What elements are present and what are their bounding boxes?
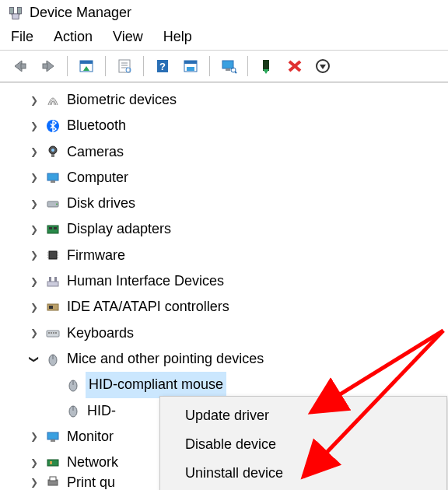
menu-action[interactable]: Action [54,29,93,45]
toolbar-separator [247,56,248,76]
tree-item-bluetooth[interactable]: ❯ Bluetooth [9,113,448,138]
collapsed-chevron-icon[interactable]: ❯ [28,92,40,109]
tree-label: Human Interface Devices [65,268,226,294]
svg-rect-54 [48,332,50,334]
mouse-icon [65,377,81,393]
menu-help[interactable]: Help [163,29,192,45]
tree-label: IDE ATA/ATAPI controllers [65,294,231,320]
tree-item-mice[interactable]: ❯ Mice and other pointing devices [9,346,448,372]
svg-rect-40 [54,227,57,229]
svg-marker-29 [320,65,326,69]
tree-label: Cameras [65,139,125,165]
tree-label: HID- [86,398,117,424]
hid-icon [45,274,61,289]
svg-rect-65 [51,439,55,442]
svg-rect-21 [226,68,230,71]
svg-rect-55 [51,332,52,334]
toolbar-uninstall-button[interactable] [310,55,335,77]
svg-marker-9 [83,66,89,71]
collapsed-chevron-icon[interactable]: ❯ [28,195,40,212]
svg-rect-67 [50,461,52,464]
collapsed-chevron-icon[interactable]: ❯ [28,273,40,290]
menu-item-disable-device[interactable]: Disable device [160,430,446,459]
toolbar-separator [209,56,210,76]
collapsed-chevron-icon[interactable]: ❯ [28,117,40,135]
toolbar-separator [105,56,106,76]
tree-item-disk-drives[interactable]: ❯ Disk drives [9,191,448,216]
tree-item-keyboards[interactable]: ❯ Keyboards [9,320,448,346]
toolbar-properties-button[interactable] [112,55,137,77]
tree-item-firmware[interactable]: ❯ Firmware [9,243,448,268]
tree-label: Monitor [65,424,115,450]
svg-rect-5 [21,64,26,68]
ide-icon [45,299,61,315]
menu-item-uninstall-device[interactable]: Uninstall device [160,459,446,488]
collapsed-chevron-icon[interactable]: ❯ [28,475,40,489]
bluetooth-icon [45,118,61,134]
toolbar-update-driver-button[interactable] [216,55,241,77]
expanded-chevron-icon[interactable]: ❯ [26,353,43,366]
collapsed-chevron-icon[interactable]: ❯ [28,221,40,238]
collapsed-chevron-icon[interactable]: ❯ [28,299,40,316]
tree-item-computer[interactable]: ❯ Computer [9,165,448,191]
collapsed-chevron-icon[interactable]: ❯ [28,428,40,445]
tree-item-hid-mouse-1[interactable]: HID-compliant mouse [9,372,448,397]
tree-item-biometric[interactable]: ❯ Biometric devices [9,87,448,113]
tree-label: Network [65,450,120,475]
svg-rect-35 [51,180,55,183]
toolbar-separator [67,56,68,76]
toolbar-back-button[interactable] [8,55,33,77]
svg-rect-52 [49,306,53,309]
svg-rect-48 [47,282,58,286]
printer-icon [45,475,61,489]
tree-item-ide[interactable]: ❯ IDE ATA/ATAPI controllers [9,294,448,320]
collapsed-chevron-icon[interactable]: ❯ [28,169,40,186]
tree-label: Firmware [65,243,127,268]
mouse-icon [65,403,81,418]
svg-rect-66 [47,460,58,466]
menu-view[interactable]: View [113,29,143,45]
svg-rect-64 [47,432,58,439]
collapsed-chevron-icon[interactable]: ❯ [28,143,40,160]
toolbar-show-hidden-button[interactable] [74,55,99,77]
svg-marker-25 [263,69,269,74]
app-icon [8,5,23,21]
toolbar-enable-device-button[interactable] [254,55,279,77]
toolbar-forward-button[interactable] [36,55,61,77]
window-titlebar: Device Manager [0,0,448,24]
collapsed-chevron-icon[interactable]: ❯ [28,454,40,471]
fingerprint-icon [45,93,61,108]
tree-item-display-adapters[interactable]: ❯ Display adapters [9,216,448,242]
menu-item-update-driver[interactable]: Update driver [160,401,446,430]
tree-label: Bluetooth [65,113,128,138]
svg-rect-24 [263,60,269,71]
camera-icon [45,144,61,159]
tree-label: Computer [65,165,130,191]
toolbar-help-button[interactable]: ? [150,55,175,77]
context-menu: Update driver Disable device Uninstall d… [159,396,447,490]
window-title: Device Manager [30,5,131,21]
keyboard-icon [45,325,61,341]
network-icon [45,455,61,471]
toolbar-scan-button[interactable] [178,55,203,77]
tree-item-hid[interactable]: ❯ Human Interface Devices [9,268,448,294]
tree-label: Biometric devices [65,87,178,113]
svg-text:?: ? [159,61,166,72]
svg-rect-2 [12,13,19,19]
menu-file[interactable]: File [11,29,33,45]
toolbar: ? [0,51,448,82]
tree-item-cameras[interactable]: ❯ Cameras [9,139,448,165]
tree-label: Print qu [65,475,117,489]
svg-rect-39 [49,227,52,229]
svg-rect-19 [187,67,194,71]
collapsed-chevron-icon[interactable]: ❯ [28,247,40,264]
tree-label: Mice and other pointing devices [65,346,265,372]
svg-rect-8 [80,61,93,64]
computer-icon [45,170,61,186]
monitor-icon [45,429,61,445]
tree-label: Display adapters [65,216,173,242]
svg-rect-20 [222,61,233,68]
toolbar-remove-button[interactable] [282,55,307,77]
tree-label: Keyboards [65,320,135,346]
collapsed-chevron-icon[interactable]: ❯ [28,324,40,341]
